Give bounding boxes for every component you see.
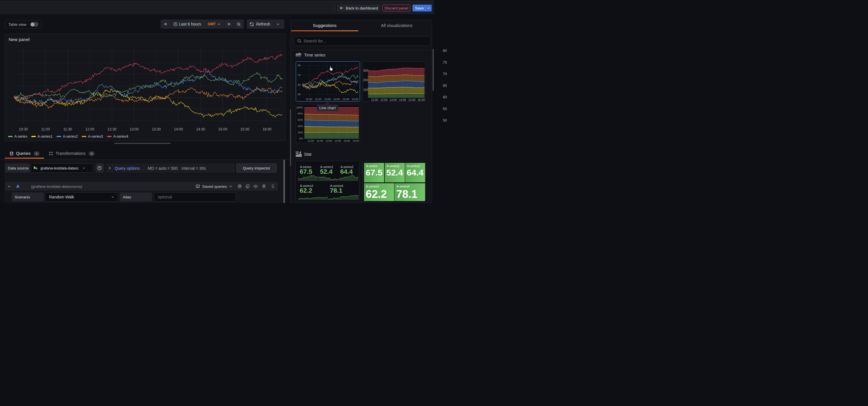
svg-text:12.4: 12.4 xyxy=(296,151,301,154)
